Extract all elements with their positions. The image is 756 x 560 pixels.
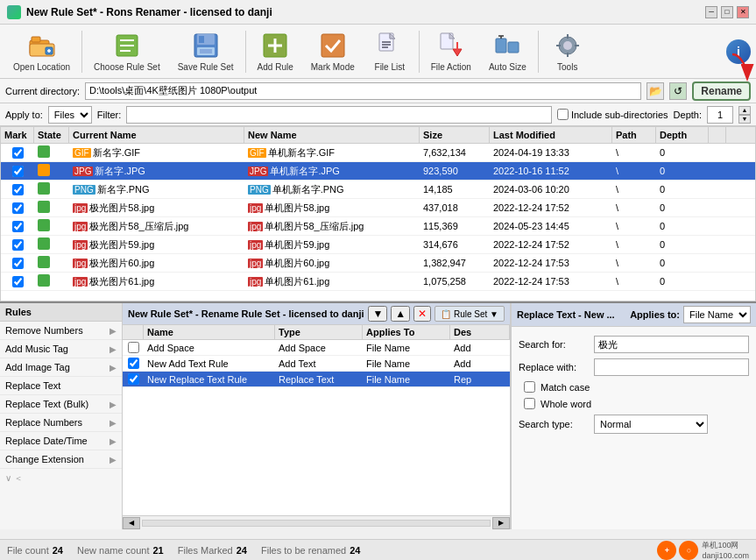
minimize-button[interactable]: ─ [705, 6, 717, 18]
app-icon [7, 5, 21, 19]
rule-replace-datetime[interactable]: Replace Date/Time ▶ [0, 432, 122, 450]
apply-to-select[interactable]: Files [48, 106, 92, 124]
add-rule-button[interactable]: Add Rule [250, 27, 301, 76]
table-row[interactable]: jpg 极光图片59.jpg jpg 单机图片59.jpg 314,676 20… [1, 236, 755, 254]
search-type-select[interactable]: Normal RegEx Wildcard [594, 415, 708, 434]
open-location-button[interactable]: Open Location [5, 27, 78, 76]
state-icon-orange [38, 164, 50, 176]
add-rule-icon [261, 32, 289, 60]
rule-change-extension[interactable]: Change Extension ▶ [0, 450, 122, 469]
rule-replace-text-bulk[interactable]: Replace Text (Bulk) ▶ [0, 395, 122, 414]
nav-up-button[interactable]: ▲ [391, 306, 410, 322]
state-icon-green [38, 219, 50, 231]
rule-replace-text[interactable]: Replace Text [0, 377, 122, 395]
rule-add-image-tag[interactable]: Add Image Tag ▶ [0, 358, 122, 377]
choose-rule-set-button[interactable]: Choose Rule Set [86, 27, 168, 76]
depth-up-button[interactable]: ▲ [738, 106, 751, 115]
rename-button[interactable]: Rename [692, 82, 751, 101]
maximize-button[interactable]: □ [721, 6, 733, 18]
row-checkbox[interactable] [12, 202, 24, 214]
row-checkbox[interactable] [12, 147, 24, 159]
filter-input[interactable] [126, 106, 552, 124]
rule-checkbox[interactable] [128, 358, 139, 369]
rule-checkbox[interactable] [128, 342, 139, 353]
scrollbar-track [142, 520, 491, 527]
row-checkbox[interactable] [12, 166, 24, 177]
search-for-input[interactable] [594, 336, 749, 353]
whole-word-checkbox[interactable] [524, 398, 535, 409]
scroll-left-button[interactable]: ◀ [123, 517, 140, 529]
svg-rect-18 [321, 34, 344, 57]
table-row[interactable]: GIF 新名字.GIF GIF 单机新名字.GIF 7,632,134 2024… [1, 144, 755, 162]
col-depth: Depth [656, 127, 709, 143]
horizontal-scrollbar[interactable]: ◀ ▶ [123, 515, 510, 529]
file-type-badge: jpg [248, 259, 263, 268]
file-list-label: File List [375, 62, 405, 72]
list-item[interactable]: New Replace Text Rule Replace Text File … [123, 372, 510, 387]
table-row[interactable]: JPG 新名字.JPG JPG 单机新名字.JPG 923,590 2022-1… [1, 162, 755, 181]
list-item[interactable]: New Add Text Rule Add Text File Name Add [123, 356, 510, 372]
replace-panel-title: Replace Text - New ... Applies to: File … [512, 303, 756, 327]
list-item[interactable]: Add Space Add Space File Name Add [123, 340, 510, 356]
svg-rect-14 [200, 49, 212, 53]
mark-mode-button[interactable]: Mark Mode [303, 27, 363, 76]
replace-with-input[interactable] [594, 358, 749, 376]
rule-arrow-icon: ▶ [110, 418, 117, 428]
files-to-rename-value: 24 [350, 545, 360, 556]
include-subdirs-checkbox[interactable] [557, 109, 569, 120]
choose-rule-set-icon [113, 32, 141, 60]
replace-panel: Replace Text - New ... Applies to: File … [511, 303, 756, 529]
status-bar: File count 24 New name count 21 Files Ma… [0, 539, 756, 560]
col-path: Path [612, 127, 656, 143]
browse-folder-button[interactable]: 📂 [646, 82, 664, 100]
file-list-header: Mark State Current Name New Name Size La… [1, 127, 755, 144]
file-list-button[interactable]: File List [364, 27, 415, 76]
nav-down-button[interactable]: ▼ [368, 306, 387, 322]
row-checkbox[interactable] [12, 276, 24, 287]
path-input[interactable] [85, 82, 641, 100]
row-checkbox[interactable] [12, 221, 24, 232]
col-applies-to: Applies To [363, 325, 450, 339]
ruleset-dropdown-button[interactable]: 📋 Rule Set ▼ [435, 306, 505, 322]
search-for-label: Search for: [519, 339, 589, 350]
file-list-icon [376, 32, 404, 60]
row-checkbox[interactable] [12, 239, 24, 251]
files-marked-value: 24 [237, 545, 247, 556]
refresh-button[interactable]: ↺ [669, 82, 687, 100]
table-row[interactable]: jpg 极光图片58.jpg jpg 单机图片58.jpg 437,018 20… [1, 199, 755, 217]
rule-checkbox[interactable] [128, 373, 139, 385]
rule-add-music-tag[interactable]: Add Music Tag ▶ [0, 340, 122, 358]
table-row[interactable]: PNG 新名字.PNG PNG 单机新名字.PNG 14,185 2024-03… [1, 181, 755, 199]
auto-size-button[interactable]: Auto Size [481, 27, 534, 76]
file-action-label: File Action [431, 62, 471, 72]
save-rule-set-button[interactable]: Save Rule Set [170, 27, 242, 76]
table-row[interactable]: jpg 极光图片61.jpg jpg 单机图片61.jpg 1,075,258 … [1, 273, 755, 291]
auto-size-icon [493, 32, 521, 60]
tools-button[interactable]: Tools [542, 27, 593, 76]
delete-rule-button[interactable]: ✕ [413, 306, 431, 322]
file-action-button[interactable]: File Action [423, 27, 479, 76]
depth-down-button[interactable]: ▼ [738, 115, 751, 124]
depth-input[interactable] [707, 106, 733, 124]
file-count-label: File count [7, 545, 49, 556]
rule-remove-numbers[interactable]: Remove Numbers ▶ [0, 322, 122, 340]
table-row[interactable]: jpg 极光图片58_压缩后.jpg jpg 单机图片58_压缩后.jpg 11… [1, 217, 755, 236]
rule-replace-numbers[interactable]: Replace Numbers ▶ [0, 414, 122, 432]
rule-arrow-icon: ▶ [110, 344, 117, 354]
row-checkbox[interactable] [12, 184, 24, 195]
file-type-badge: PNG [73, 185, 95, 195]
applies-to-select[interactable]: File Name [683, 306, 751, 323]
files-marked-label: Files Marked [178, 545, 233, 556]
apply-to-label: Apply to: [5, 110, 43, 120]
row-checkbox[interactable] [12, 258, 24, 269]
auto-size-label: Auto Size [489, 62, 526, 72]
main-toolbar: Open Location Choose Rule Set Save Rule [0, 25, 756, 79]
match-case-checkbox[interactable] [524, 381, 535, 393]
info-button[interactable]: i [726, 39, 751, 64]
close-button[interactable]: ✕ [737, 6, 749, 18]
scroll-right-button[interactable]: ▶ [492, 517, 510, 529]
state-icon-green [38, 256, 50, 268]
table-row[interactable]: jpg 极光图片60.jpg jpg 单机图片60.jpg 1,382,947 … [1, 254, 755, 273]
open-location-label: Open Location [13, 62, 70, 72]
title-bar: New Rule Set* - Rons Renamer - licensed … [0, 0, 756, 25]
